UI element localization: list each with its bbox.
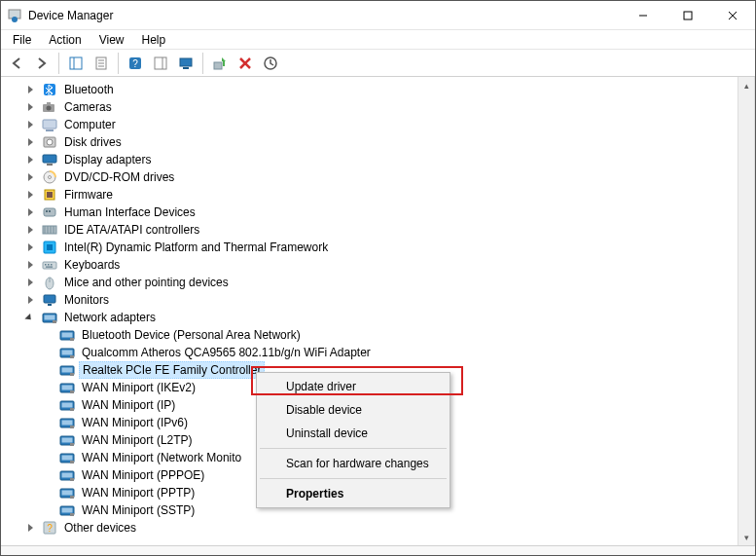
- display-icon: [42, 152, 57, 167]
- expander-icon[interactable]: [22, 152, 38, 167]
- expander-icon[interactable]: [22, 292, 38, 308]
- tree-item-label: Network adapters: [61, 309, 159, 326]
- tree-item-label: DVD/CD-ROM drives: [61, 168, 177, 186]
- svg-rect-56: [214, 62, 222, 69]
- disk-icon: [42, 134, 57, 150]
- computer-icon: [42, 117, 57, 132]
- context-menu-separator: [260, 478, 447, 479]
- minimize-button[interactable]: [621, 1, 666, 30]
- show-hide-console-tree-button[interactable]: [64, 52, 88, 75]
- vertical-scrollbar[interactable]: ▴ ▾: [738, 77, 754, 545]
- expander-icon[interactable]: [22, 169, 38, 185]
- tree-item-label: WAN Miniport (IP): [79, 396, 178, 414]
- expander-icon[interactable]: [22, 187, 38, 203]
- scan-hardware-button[interactable]: [174, 52, 198, 75]
- camera-icon: [42, 99, 57, 115]
- tree-item[interactable]: Human Interface Devices: [5, 204, 754, 221]
- tree-item-label: Human Interface Devices: [61, 204, 198, 221]
- maximize-button[interactable]: [666, 1, 710, 30]
- properties-button[interactable]: [90, 52, 113, 75]
- context-menu-item[interactable]: Uninstall device: [259, 422, 448, 445]
- tree-item[interactable]: DVD/CD-ROM drives: [5, 168, 754, 186]
- context-menu-item[interactable]: Disable device: [259, 398, 448, 422]
- tree-item[interactable]: Display adapters: [5, 151, 754, 168]
- expander-icon[interactable]: [22, 310, 38, 325]
- scroll-down-button[interactable]: ▾: [738, 529, 755, 545]
- tree-item-label: Firmware: [61, 186, 116, 204]
- expander-spacer: [40, 362, 55, 378]
- back-button[interactable]: [5, 52, 28, 75]
- scroll-track[interactable]: [738, 93, 755, 529]
- menu-file[interactable]: File: [5, 31, 39, 49]
- uninstall-tool-button[interactable]: [234, 52, 257, 75]
- expander-spacer: [40, 450, 55, 465]
- network-icon: [59, 362, 75, 378]
- expander-spacer: [40, 397, 55, 413]
- tree-item-label: WAN Miniport (SSTP): [79, 501, 198, 519]
- tree-item-label: Bluetooth: [61, 81, 117, 98]
- dvd-icon: [42, 169, 57, 185]
- tree-item-label: IDE ATA/ATAPI controllers: [61, 221, 202, 239]
- context-menu-item[interactable]: Scan for hardware changes: [259, 452, 448, 475]
- tree-item-label: WAN Miniport (L2TP): [79, 431, 196, 449]
- tree-item[interactable]: Keyboards: [5, 256, 754, 274]
- expander-spacer: [40, 432, 55, 448]
- tree-item[interactable]: Bluetooth Device (Personal Area Network): [5, 326, 754, 344]
- expander-spacer: [40, 345, 55, 360]
- tree-item-label: Display adapters: [61, 151, 154, 168]
- tree-item-label: WAN Miniport (PPPOE): [79, 466, 207, 484]
- expander-icon[interactable]: [22, 275, 38, 290]
- network-icon: [59, 327, 75, 343]
- forward-button[interactable]: [30, 52, 54, 75]
- tree-item-label: WAN Miniport (IPv6): [79, 414, 191, 431]
- close-button[interactable]: [710, 1, 755, 30]
- firmware-icon: [42, 187, 57, 203]
- tree-item[interactable]: Mice and other pointing devices: [5, 274, 754, 291]
- context-menu: Update driverDisable deviceUninstall dev…: [256, 372, 450, 508]
- titlebar: Device Manager: [1, 1, 755, 30]
- tree-item[interactable]: Other devices: [5, 519, 754, 537]
- scroll-up-button[interactable]: ▴: [738, 77, 755, 93]
- expander-icon[interactable]: [22, 240, 38, 255]
- expander-icon[interactable]: [22, 222, 38, 238]
- tree-item[interactable]: Intel(R) Dynamic Platform and Thermal Fr…: [5, 239, 754, 256]
- disable-tool-button[interactable]: [259, 52, 282, 75]
- tree-item[interactable]: Network adapters: [5, 309, 754, 326]
- action-pane-button[interactable]: [149, 52, 172, 75]
- mouse-icon: [42, 275, 57, 290]
- expander-icon[interactable]: [22, 117, 38, 132]
- tree-item[interactable]: Qualcomm Atheros QCA9565 802.11b/g/n WiF…: [5, 344, 754, 361]
- expander-spacer: [40, 485, 55, 500]
- tree-item-label: WAN Miniport (PPTP): [79, 484, 198, 501]
- expander-icon[interactable]: [22, 99, 38, 115]
- tree-item-label: Keyboards: [61, 256, 123, 274]
- menu-view[interactable]: View: [91, 31, 132, 49]
- monitor-icon: [42, 292, 57, 308]
- expander-icon[interactable]: [22, 257, 38, 273]
- tree-item[interactable]: Firmware: [5, 186, 754, 204]
- context-menu-item[interactable]: Update driver: [259, 375, 448, 398]
- expander-icon[interactable]: [22, 134, 38, 150]
- expander-icon[interactable]: [22, 82, 38, 97]
- menu-help[interactable]: Help: [134, 31, 174, 49]
- other-icon: [42, 520, 57, 536]
- tree-item[interactable]: Disk drives: [5, 133, 754, 151]
- window-title: Device Manager: [28, 9, 113, 22]
- help-button[interactable]: ?: [124, 52, 147, 75]
- expander-icon[interactable]: [22, 204, 38, 220]
- tree-item[interactable]: Bluetooth: [5, 81, 754, 98]
- network-icon: [59, 485, 75, 500]
- context-menu-item[interactable]: Properties: [259, 482, 448, 505]
- app-icon: [7, 8, 22, 23]
- tree-item[interactable]: Computer: [5, 116, 754, 133]
- expander-icon[interactable]: [22, 520, 38, 536]
- menu-action[interactable]: Action: [41, 31, 89, 49]
- tree-item[interactable]: IDE ATA/ATAPI controllers: [5, 221, 754, 239]
- network-icon: [59, 432, 75, 448]
- network-icon: [42, 310, 57, 325]
- update-driver-tool-button[interactable]: [208, 52, 232, 75]
- svg-rect-54: [180, 58, 192, 66]
- tree-item[interactable]: Cameras: [5, 98, 754, 116]
- tree-item-label: Other devices: [61, 519, 139, 537]
- tree-item[interactable]: Monitors: [5, 291, 754, 309]
